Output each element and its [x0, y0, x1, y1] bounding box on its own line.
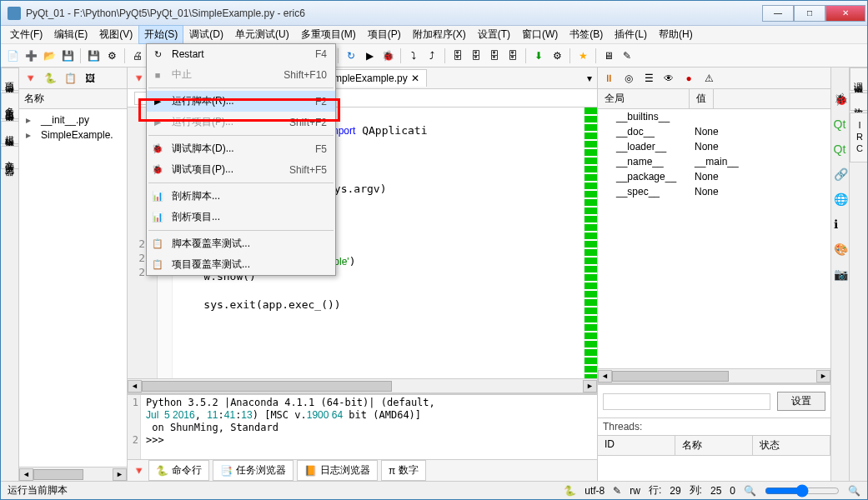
filter-icon[interactable]: 🔻	[23, 71, 38, 86]
btab-日志浏览器[interactable]: 📙日志浏览器	[297, 460, 378, 481]
save-icon[interactable]: 💾	[59, 48, 76, 64]
db1-icon[interactable]: 🗄	[449, 48, 466, 64]
config-icon[interactable]: ⚙	[103, 48, 120, 64]
ex-icon[interactable]: ⚠	[701, 71, 716, 86]
zoom-in-icon[interactable]: 🔍	[848, 485, 860, 497]
menu-item-调试项目(P)...[interactable]: 🐞调试项目(P)...Shift+F5	[147, 159, 335, 180]
global-row[interactable]: __spec__None	[598, 184, 830, 199]
step-icon[interactable]: ⤵	[405, 48, 422, 64]
console-output: Python 3.5.2 |Anaconda 4.1.1 (64-bit)| (…	[141, 395, 597, 459]
dropdown-icon[interactable]: ▾	[587, 72, 592, 84]
db2-icon[interactable]: 🗄	[468, 48, 484, 64]
menu-项目(P)[interactable]: 项目(P)	[362, 25, 407, 44]
btab-数字[interactable]: π数字	[381, 460, 426, 481]
menu-帮助(H)[interactable]: 帮助(H)	[653, 25, 699, 44]
qt-icon[interactable]: Qt	[834, 118, 847, 131]
menu-调试(D)[interactable]: 调试(D)	[183, 25, 229, 44]
settings-button[interactable]: 设置	[777, 392, 825, 411]
tree-item[interactable]: SimpleExample.	[23, 128, 123, 142]
bt-filter-icon[interactable]: 🔻	[133, 465, 145, 477]
image-icon[interactable]: 🖼	[83, 71, 98, 86]
watch-icon[interactable]: 👁	[661, 71, 676, 86]
down-icon[interactable]: ⬇	[530, 48, 547, 64]
gear-icon[interactable]: ⚙	[549, 48, 565, 64]
new-icon[interactable]: 📄	[4, 48, 21, 64]
hscroll-globals[interactable]: ◄►	[598, 368, 830, 382]
menu-插件(L)[interactable]: 插件(L)	[609, 25, 653, 44]
hscroll-left[interactable]: ◄►	[19, 467, 127, 481]
edit-icon[interactable]: ✎	[619, 48, 635, 64]
globe-icon[interactable]: 🌐	[834, 192, 847, 206]
star-icon[interactable]: ★	[574, 48, 591, 64]
db4-icon[interactable]: 🗄	[504, 48, 521, 64]
zoom-slider[interactable]	[765, 484, 840, 498]
vtab-模板浏览器[interactable]: 模板浏览器	[1, 121, 18, 144]
monitor-icon[interactable]: 🖥	[600, 48, 617, 64]
vtab-IRC[interactable]: IRC	[850, 112, 867, 162]
hscroll-editor[interactable]: ◄►	[128, 378, 597, 392]
debug-icon[interactable]: 🐞	[379, 48, 396, 64]
menu-item-运行脚本(R)...[interactable]: ▶运行脚本(R)...F2	[147, 91, 335, 112]
menu-开始(S)[interactable]: 开始(S)	[138, 25, 183, 44]
snap-icon[interactable]: 📷	[834, 268, 847, 281]
menu-视图(V)[interactable]: 视图(V)	[93, 25, 138, 44]
global-row[interactable]: __name____main__	[598, 154, 830, 169]
project-tree[interactable]: __init__.pySimpleExample.	[19, 109, 127, 467]
statusbar: 运行当前脚本 🐍 utf-8 ✎ rw 行: 29 列: 25 0 🔍 🔍	[1, 481, 867, 499]
bug-green-icon[interactable]: 🐞	[834, 92, 847, 106]
close-tab-icon[interactable]: ✕	[411, 72, 419, 84]
close-button[interactable]: ✕	[825, 5, 865, 22]
zoom-out-icon[interactable]: 🔍	[744, 485, 756, 497]
refresh-icon[interactable]: ↻	[343, 48, 359, 64]
ed-filter-icon[interactable]: 🔻	[133, 72, 145, 84]
stack-icon[interactable]: ☰	[641, 71, 656, 86]
run-icon[interactable]: ▶	[361, 48, 378, 64]
pause-icon[interactable]: ⏸	[601, 71, 616, 86]
btab-任务浏览器[interactable]: 📑任务浏览器	[213, 460, 294, 481]
tree-item[interactable]: __init__.py	[23, 112, 123, 128]
menu-item-项目覆盖率测试...[interactable]: 📋项目覆盖率测试...	[147, 254, 335, 275]
maximize-button[interactable]: □	[794, 5, 825, 22]
menu-附加程序(X)[interactable]: 附加程序(X)	[407, 25, 472, 44]
menu-设置(T)[interactable]: 设置(T)	[472, 25, 516, 44]
menu-文件(F)[interactable]: 文件(F)	[4, 25, 48, 44]
bp-icon[interactable]: ●	[681, 71, 696, 86]
print-icon[interactable]: 🖨	[129, 48, 146, 64]
menu-多重项目(M)[interactable]: 多重项目(M)	[295, 25, 362, 44]
db3-icon[interactable]: 🗄	[486, 48, 503, 64]
btab-命令行[interactable]: 🐍命令行	[148, 460, 209, 481]
step-over-icon[interactable]: ⤴	[424, 48, 440, 64]
menu-item-剖析项目...[interactable]: 📊剖析项目...	[147, 207, 335, 228]
menu-item-脚本覆盖率测试...[interactable]: 📋脚本覆盖率测试...	[147, 233, 335, 254]
vtab-项目浏览器[interactable]: 项目浏览器	[1, 68, 18, 91]
global-row[interactable]: __package__None	[598, 169, 830, 184]
new-plus-icon[interactable]: ➕	[23, 48, 39, 64]
python-icon[interactable]: 🐍	[43, 71, 58, 86]
disk-icon[interactable]: 💾	[85, 48, 102, 64]
menu-单元测试(U)[interactable]: 单元测试(U)	[229, 25, 295, 44]
form-icon[interactable]: 📋	[63, 71, 78, 86]
global-row[interactable]: __doc__None	[598, 124, 830, 139]
menu-书签(B)[interactable]: 书签(B)	[564, 25, 609, 44]
filter-input[interactable]	[603, 393, 770, 410]
menu-item-调试脚本(D)...[interactable]: 🐞调试脚本(D)...F5	[147, 138, 335, 159]
menu-编辑(E)[interactable]: 编辑(E)	[48, 25, 93, 44]
open-icon[interactable]: 📂	[41, 48, 58, 64]
global-row[interactable]: __builtins__	[598, 109, 830, 124]
vtab-调试浏览器[interactable]: 调试浏览器	[850, 68, 867, 91]
global-row[interactable]: __loader__None	[598, 139, 830, 154]
globals-list[interactable]: __builtins____doc__None__loader__None__n…	[598, 109, 830, 368]
vtab-文件浏览器[interactable]: 文件浏览器	[1, 146, 18, 169]
qt2-icon[interactable]: Qt	[834, 142, 847, 156]
console[interactable]: 12 Python 3.5.2 |Anaconda 4.1.1 (64-bit)…	[128, 392, 597, 459]
menu-窗口(W)[interactable]: 窗口(W)	[516, 25, 564, 44]
vtab-多重项目浏览器[interactable]: 多重项目浏览器	[1, 92, 18, 119]
menu-item-剖析脚本...[interactable]: 📊剖析脚本...	[147, 186, 335, 207]
minimize-button[interactable]: —	[762, 5, 794, 22]
target-icon[interactable]: ◎	[621, 71, 636, 86]
info-icon[interactable]: ℹ	[834, 218, 847, 231]
vtab-协作[interactable]: 协作	[850, 92, 867, 111]
menu-item-Restart[interactable]: ↻RestartF4	[147, 44, 335, 64]
palette-icon[interactable]: 🎨	[834, 242, 847, 256]
link-icon[interactable]: 🔗	[834, 168, 847, 181]
